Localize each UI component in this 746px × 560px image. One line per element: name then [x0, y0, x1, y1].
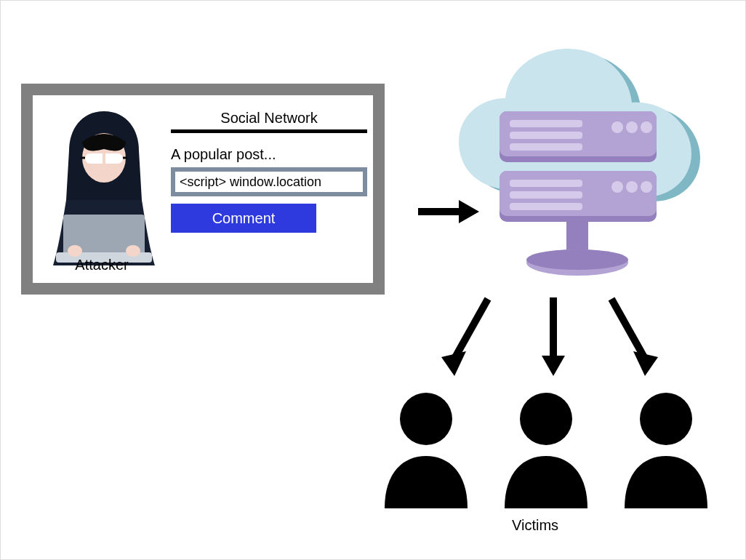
- svg-marker-31: [542, 356, 565, 376]
- social-network-title: Social Network: [171, 110, 367, 129]
- person-icon: [611, 386, 721, 510]
- comment-button[interactable]: Comment: [171, 204, 316, 233]
- person-icon: [492, 386, 601, 510]
- svg-point-27: [641, 181, 652, 193]
- svg-line-28: [454, 299, 488, 359]
- svg-point-35: [520, 393, 572, 445]
- victims-label: Victims: [462, 517, 608, 534]
- svg-rect-22: [510, 180, 582, 187]
- attacker-panel: Social Network A popular post... Comment…: [21, 84, 385, 295]
- svg-rect-9: [566, 222, 588, 251]
- svg-line-32: [611, 299, 645, 359]
- comment-input[interactable]: [171, 167, 367, 196]
- svg-point-25: [611, 181, 623, 193]
- victims-group: [372, 386, 721, 510]
- svg-point-17: [611, 121, 623, 133]
- hacker-icon: [46, 105, 162, 273]
- svg-point-26: [626, 181, 638, 193]
- svg-marker-29: [441, 351, 466, 376]
- svg-rect-2: [103, 153, 105, 164]
- divider: [171, 129, 367, 133]
- svg-point-18: [626, 121, 638, 133]
- svg-point-11: [526, 249, 628, 270]
- attacker-label: Attacker: [40, 257, 164, 273]
- svg-rect-14: [510, 120, 582, 127]
- arrow-down-right-icon: [604, 292, 662, 379]
- svg-point-5: [68, 245, 82, 257]
- svg-rect-15: [510, 132, 582, 139]
- svg-point-36: [640, 393, 692, 445]
- arrow-down-icon: [539, 292, 568, 379]
- cloud-server-icon: [437, 44, 728, 299]
- svg-rect-23: [510, 191, 582, 199]
- svg-point-19: [641, 121, 652, 133]
- svg-marker-33: [633, 351, 658, 376]
- post-text: A popular post...: [171, 146, 367, 163]
- svg-rect-16: [510, 143, 582, 151]
- social-post: Social Network A popular post... Comment: [171, 110, 367, 233]
- svg-point-34: [400, 393, 452, 445]
- arrow-down-left-icon: [437, 292, 495, 379]
- svg-rect-24: [510, 203, 582, 210]
- svg-point-6: [126, 245, 140, 257]
- person-icon: [372, 386, 481, 510]
